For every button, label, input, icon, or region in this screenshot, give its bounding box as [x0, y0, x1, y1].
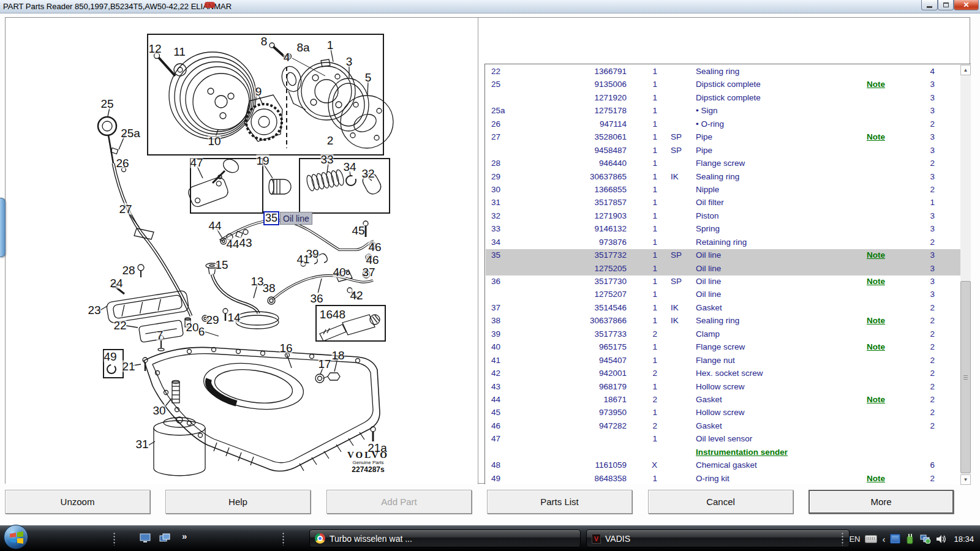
- table-row[interactable]: 2591350061Dipstick completeNote3: [486, 78, 960, 91]
- part-label-38[interactable]: 38: [262, 282, 275, 294]
- table-row[interactable]: 429420012Hex. socket screw2: [486, 367, 960, 380]
- part-label-8a[interactable]: 8a: [296, 42, 309, 53]
- part-label-36[interactable]: 36: [310, 293, 323, 304]
- part-label-44[interactable]: 44: [208, 220, 221, 231]
- part-label-26[interactable]: 26: [116, 157, 129, 169]
- unzoom-button[interactable]: Unzoom: [5, 490, 150, 514]
- table-row[interactable]: 3212719031Piston3: [486, 210, 960, 223]
- start-button[interactable]: [4, 525, 28, 549]
- table-row[interactable]: 2735280611SPPipeNote3: [486, 131, 960, 144]
- keyboard-icon[interactable]: [865, 535, 877, 543]
- tray-collapse-chevron[interactable]: ‹: [882, 534, 885, 544]
- show-desktop-icon[interactable]: [140, 533, 151, 543]
- part-label-2[interactable]: 2: [327, 135, 334, 146]
- part-label-15[interactable]: 15: [215, 259, 228, 271]
- minimize-button[interactable]: [921, 0, 938, 10]
- parts-diagram[interactable]: 121188a143591022525a26272847193334324444…: [6, 18, 478, 484]
- part-label-9[interactable]: 9: [255, 86, 262, 97]
- help-button[interactable]: Help: [165, 490, 311, 514]
- table-row[interactable]: 3391461321Spring3: [486, 223, 960, 236]
- part-label-14[interactable]: 14: [227, 312, 240, 323]
- cell-note[interactable]: Note: [867, 342, 885, 351]
- side-panel-handle[interactable]: [0, 198, 6, 257]
- part-label-27[interactable]: 27: [119, 203, 132, 215]
- part-label-30[interactable]: 30: [153, 405, 165, 416]
- part-label-12[interactable]: 12: [148, 43, 161, 54]
- language-indicator[interactable]: EN: [849, 534, 860, 544]
- part-label-23[interactable]: 23: [88, 304, 100, 316]
- part-label-43[interactable]: 43: [239, 237, 252, 249]
- table-row[interactable]: 44186712GasketNote2: [486, 394, 960, 407]
- part-label-49[interactable]: 49: [104, 351, 116, 362]
- volume-icon[interactable]: [936, 534, 946, 544]
- table-row[interactable]: 3535177321SPOil lineNote3: [486, 249, 960, 262]
- part-label-33[interactable]: 33: [320, 154, 333, 165]
- part-label-24[interactable]: 24: [110, 277, 123, 289]
- part-label-13[interactable]: 13: [251, 276, 263, 287]
- part-label-11[interactable]: 11: [173, 46, 186, 58]
- close-button[interactable]: ✕: [954, 0, 979, 10]
- part-label-37[interactable]: 37: [362, 266, 375, 278]
- tray-grip[interactable]: [841, 532, 844, 545]
- cancel-button[interactable]: Cancel: [648, 490, 793, 514]
- part-label-31[interactable]: 31: [135, 438, 148, 450]
- table-row[interactable]: 481161059XChemical gasket6: [486, 459, 960, 472]
- taskbar-item-vadis[interactable]: V VADIS: [586, 530, 850, 547]
- table-row[interactable]: 3135178571Oil filter1: [486, 197, 960, 209]
- cell-note[interactable]: Note: [867, 277, 885, 286]
- part-label-8[interactable]: 8: [261, 36, 268, 47]
- cell-desc-link[interactable]: Instrumentation sender: [696, 448, 788, 457]
- part-label-22[interactable]: 22: [113, 320, 126, 331]
- table-row[interactable]: 289464401Flange screw2: [486, 157, 960, 170]
- selected-part-number[interactable]: 35: [263, 211, 279, 225]
- part-label-18[interactable]: 18: [331, 350, 344, 361]
- table-row[interactable]: 4986483581O-ring kitNote2: [486, 473, 960, 485]
- part-label-40[interactable]: 40: [333, 266, 345, 278]
- part-label-41[interactable]: 41: [296, 253, 309, 265]
- table-row[interactable]: 38306378661IKSealing ringNote2: [486, 315, 960, 328]
- part-label-25a[interactable]: 25a: [121, 127, 140, 139]
- part-label-47[interactable]: 47: [190, 157, 203, 168]
- table-row[interactable]: 459739501Hollow screw2: [486, 407, 960, 419]
- part-label-3[interactable]: 3: [346, 56, 353, 67]
- part-label-32[interactable]: 32: [361, 168, 374, 179]
- maximize-button[interactable]: [938, 0, 954, 10]
- part-label-10[interactable]: 10: [208, 135, 221, 147]
- taskbar-grip[interactable]: [282, 532, 285, 545]
- table-row[interactable]: 12752071Oil line3: [486, 288, 960, 301]
- power-plug-icon[interactable]: [905, 534, 915, 544]
- part-label-1648[interactable]: 1648: [320, 309, 345, 320]
- cell-note[interactable]: Note: [867, 80, 885, 89]
- table-row[interactable]: 3735145461IKGasket2: [486, 302, 960, 315]
- part-label-5[interactable]: 5: [365, 72, 372, 83]
- part-label-21[interactable]: 21: [122, 361, 135, 372]
- part-label-28[interactable]: 28: [122, 264, 135, 276]
- table-row[interactable]: 471Oil level sensor: [486, 433, 960, 446]
- tray-app-icon[interactable]: [890, 534, 900, 544]
- part-label-34[interactable]: 34: [343, 161, 356, 173]
- part-label-4[interactable]: 4: [284, 51, 290, 63]
- cell-note[interactable]: Note: [867, 132, 885, 141]
- table-scrollbar[interactable]: ▲ ▼: [960, 65, 971, 485]
- part-label-44[interactable]: 44: [226, 238, 239, 250]
- more-button[interactable]: More: [809, 490, 954, 514]
- network-icon[interactable]: [920, 534, 931, 544]
- scroll-up-button[interactable]: ▲: [960, 65, 971, 75]
- table-row[interactable]: 29306378651IKSealing ring3: [486, 171, 960, 184]
- part-label-19[interactable]: 19: [256, 155, 269, 167]
- cell-note[interactable]: Note: [867, 474, 885, 483]
- table-row[interactable]: 25a12751781• Sign3: [486, 105, 960, 118]
- parts-list-button[interactable]: Parts List: [487, 490, 632, 514]
- scrollbar-thumb[interactable]: [960, 281, 971, 473]
- cell-note[interactable]: Note: [867, 250, 885, 260]
- part-label-17[interactable]: 17: [318, 358, 331, 370]
- table-row[interactable]: 419454071Flange nut2: [486, 354, 960, 367]
- table-row[interactable]: 3013668551Nipple2: [486, 184, 960, 197]
- clock[interactable]: 18:34: [954, 534, 974, 544]
- taskbar-item-browser[interactable]: Turbo wisselen wat ...: [309, 530, 581, 547]
- part-label-6[interactable]: 6: [198, 326, 205, 337]
- table-row[interactable]: 12719201Dipstick complete3: [486, 92, 960, 105]
- scroll-down-button[interactable]: ▼: [960, 474, 971, 485]
- table-row[interactable]: 3635177301SPOil lineNote3: [486, 276, 960, 288]
- table-row[interactable]: 94584871SPPipe3: [486, 144, 960, 157]
